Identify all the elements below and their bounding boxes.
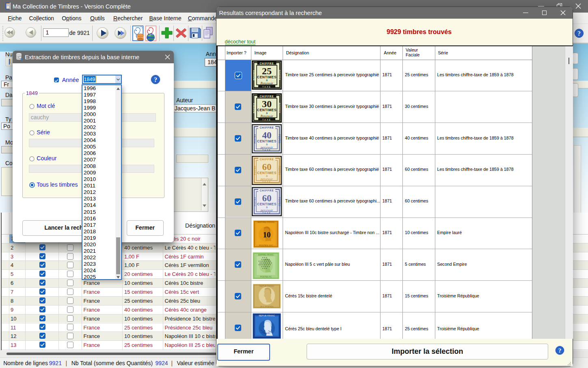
svg-text:CHIFFRE: CHIFFRE: [259, 126, 274, 129]
svg-text:10: 10: [263, 230, 271, 239]
svg-text:TAXE: TAXE: [262, 118, 271, 121]
svg-text:POSTES: POSTES: [253, 103, 255, 113]
svg-text:REPUB·FRANC: REPUB·FRANC: [259, 314, 275, 316]
svg-text:?: ?: [577, 30, 581, 37]
svg-text:CHIFFRE: CHIFFRE: [259, 158, 274, 161]
svg-text:POSTES: POSTES: [253, 70, 255, 80]
svg-text:POSTES·5C: POSTES·5C: [260, 275, 272, 278]
svg-text:CHIFFRE: CHIFFRE: [259, 95, 274, 97]
svg-text:EMPIRE·FRANC: EMPIRE·FRANC: [257, 220, 275, 223]
svg-text:TAXE: TAXE: [262, 181, 271, 183]
svg-text:REPUB·FRANC: REPUB·FRANC: [259, 285, 275, 287]
svg-text:EMPIRE·FRANC: EMPIRE·FRANC: [258, 253, 274, 256]
svg-text:POSTES: POSTES: [253, 197, 255, 207]
svg-text:15·C·POSTES: 15·C·POSTES: [260, 305, 274, 308]
svg-text:?: ?: [558, 346, 561, 353]
svg-text:2145: 2145: [264, 331, 270, 335]
svg-text:CHIFFRE: CHIFFRE: [259, 189, 274, 192]
svg-text:POSTES: POSTES: [278, 166, 280, 175]
svg-text:CHIFFRE: CHIFFRE: [259, 62, 274, 65]
svg-text:POSTES: POSTES: [278, 103, 280, 113]
svg-text:Percevoir: Percevoir: [260, 114, 273, 118]
svg-text:Percevoir: Percevoir: [260, 81, 273, 85]
svg-text:POSTES: POSTES: [253, 166, 255, 175]
svg-text:?: ?: [154, 76, 157, 83]
svg-text:POSTES: POSTES: [278, 197, 280, 207]
svg-text:POSTES: POSTES: [253, 134, 255, 143]
svg-text:TAXE: TAXE: [262, 149, 271, 151]
svg-text:TAXE: TAXE: [262, 212, 271, 214]
svg-text:POSTES: POSTES: [278, 134, 280, 143]
svg-text:POSTES·10C: POSTES·10C: [259, 244, 273, 247]
svg-text:POSTES: POSTES: [278, 70, 280, 80]
svg-text:TAXE: TAXE: [262, 85, 271, 88]
